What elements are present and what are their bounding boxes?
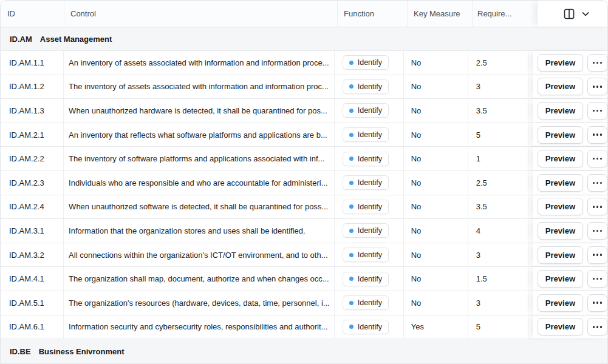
preview-button[interactable]: Preview [538,294,583,312]
row-actions-button[interactable] [587,270,607,288]
function-dot-icon [349,301,354,305]
cell-function: Identify [335,195,404,219]
row-actions-button[interactable] [587,198,607,215]
cell-control: Information that the organization stores… [64,219,335,243]
cell-control: Individuals who are responsible and who … [64,171,335,195]
row-actions-button[interactable] [587,294,607,312]
cell-requirement: 3.5 [468,195,528,219]
function-badge-label: Identify [358,251,382,259]
controls-table: ID Control Function Key Measure Require.… [0,0,608,364]
row-actions-button[interactable] [587,174,607,192]
more-options-icon [593,133,603,136]
columns-icon [564,8,575,19]
preview-button[interactable]: Preview [538,174,583,192]
function-dot-icon [349,109,354,113]
cell-control: The inventory of software platforms and … [64,147,335,170]
column-header-requirement[interactable]: Require... [473,1,533,27]
preview-button[interactable]: Preview [538,126,583,144]
row-gap [528,315,533,339]
row-actions-button[interactable] [587,78,607,95]
function-dot-icon [349,157,354,161]
cell-requirement: 3.5 [468,99,528,123]
table-row: ID.AM.2.3 Individuals who are responsibl… [1,171,607,195]
row-gap [528,99,533,123]
column-header-function[interactable]: Function [338,1,408,27]
cell-actions: Preview [533,267,607,291]
function-badge-label: Identify [358,130,382,139]
cell-control: Information security and cybersecurity r… [64,315,335,339]
table-row: ID.AM.3.1 Information that the organizat… [1,219,607,243]
more-options-icon [593,86,603,88]
row-actions-button[interactable] [587,222,607,240]
cell-requirement: 3 [468,243,528,267]
cell-actions: Preview [533,99,607,123]
cell-function: Identify [335,75,404,99]
cell-control: All connections within the organization'… [64,243,335,267]
group-header-row-idbe[interactable]: ID.BE Business Enivronment [1,339,607,363]
cell-function: Identify [335,171,404,195]
function-dot-icon [349,229,354,233]
cell-requirement: 1.5 [468,267,528,291]
group-title: Asset Management [40,35,112,44]
function-dot-icon [349,84,354,89]
row-actions-button[interactable] [587,246,607,264]
more-options-icon [593,158,603,160]
row-gap [528,243,533,267]
table-row: ID.AM.4.1 The organization shall map, do… [1,267,607,291]
group-header-row-idam[interactable]: ID.AM Asset Management [1,27,607,51]
function-badge-label: Identify [358,226,382,235]
preview-button[interactable]: Preview [538,78,583,95]
preview-button[interactable]: Preview [538,246,583,264]
preview-button[interactable]: Preview [538,102,583,120]
cell-id: ID.AM.2.3 [1,171,64,195]
more-options-icon [593,254,603,256]
group-title: Business Enivronment [39,347,125,356]
cell-function: Identify [335,219,404,243]
cell-requirement: 5 [468,123,528,147]
column-header-control[interactable]: Control [64,1,338,27]
cell-requirement: 5 [468,315,528,339]
cell-function: Identify [335,243,404,267]
preview-button[interactable]: Preview [538,54,583,72]
cell-key-measure: No [404,99,468,123]
more-options-icon [593,302,603,304]
cell-key-measure: No [404,195,468,219]
table-row: ID.AM.6.1 Information security and cyber… [1,315,607,340]
function-badge: Identify [343,127,389,142]
header-gap [533,1,538,27]
preview-button[interactable]: Preview [538,198,583,215]
row-gap [528,171,533,195]
row-gap [528,51,533,75]
row-actions-button[interactable] [587,318,607,335]
preview-button[interactable]: Preview [538,270,583,288]
cell-function: Identify [335,99,404,123]
row-gap [528,267,533,291]
row-actions-button[interactable] [587,150,607,167]
row-actions-button[interactable] [587,102,607,120]
row-actions-button[interactable] [587,54,607,72]
cell-control: The organization's resources (hardware, … [64,291,335,315]
cell-key-measure: No [404,75,468,99]
preview-button[interactable]: Preview [538,222,583,240]
preview-button[interactable]: Preview [538,150,583,167]
column-header-key-measure[interactable]: Key Measure [408,1,473,27]
cell-key-measure: No [404,123,468,147]
column-header-id[interactable]: ID [1,1,64,27]
column-settings-button[interactable] [564,8,590,19]
cell-key-measure: No [404,243,468,267]
cell-requirement: 2.5 [468,51,528,75]
cell-actions: Preview [533,75,607,99]
function-badge-label: Identify [358,83,382,91]
cell-id: ID.AM.2.2 [1,147,64,170]
function-badge-label: Identify [358,155,382,163]
row-actions-button[interactable] [587,126,607,144]
cell-id: ID.AM.3.1 [1,219,64,243]
cell-id: ID.AM.1.1 [1,51,64,75]
function-badge-label: Identify [358,323,382,331]
preview-button[interactable]: Preview [538,318,583,335]
function-dot-icon [349,181,354,185]
cell-key-measure: No [404,147,468,170]
cell-id: ID.AM.2.1 [1,123,64,147]
cell-id: ID.AM.2.4 [1,195,64,219]
cell-function: Identify [335,315,404,339]
